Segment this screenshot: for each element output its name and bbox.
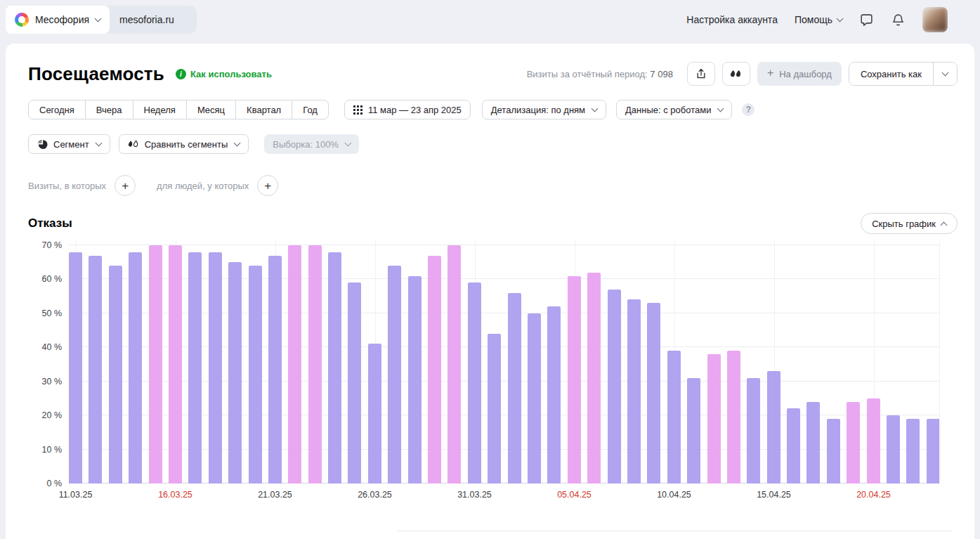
- bar-22.03.25[interactable]: [288, 245, 301, 483]
- bar-23.03.25[interactable]: [308, 245, 322, 483]
- bar-11.04.25[interactable]: [687, 378, 700, 483]
- bar-15.03.25[interactable]: [149, 245, 162, 483]
- help-menu[interactable]: Помощь: [795, 14, 842, 25]
- title-row: Посещаемость i Как использовать Визиты з…: [28, 62, 958, 86]
- bar-05.04.25[interactable]: [568, 276, 581, 483]
- sampling-dropdown[interactable]: Выборка: 100%: [264, 134, 359, 154]
- bar-26.03.25[interactable]: [368, 344, 381, 483]
- bar-19.03.25[interactable]: [228, 262, 242, 483]
- bar-19.04.25[interactable]: [847, 402, 860, 483]
- period-year[interactable]: Год: [292, 100, 329, 119]
- chevron-down-icon: [95, 139, 102, 146]
- bar-18.03.25[interactable]: [209, 252, 222, 483]
- bar-18.04.25[interactable]: [827, 419, 840, 483]
- report-card: Посещаемость i Как использовать Визиты з…: [6, 44, 974, 539]
- chart-plot-area: 11.03.2516.03.2521.03.2526.03.2531.03.25…: [69, 241, 940, 483]
- bar-12.04.25[interactable]: [707, 354, 721, 483]
- period-quarter[interactable]: Квартал: [235, 100, 292, 119]
- add-visit-condition-button[interactable]: +: [115, 175, 136, 196]
- x-axis-label: 20.04.25: [856, 490, 891, 500]
- export-button[interactable]: [687, 62, 715, 86]
- chevron-down-icon: [942, 69, 949, 76]
- bar-21.04.25[interactable]: [887, 415, 900, 483]
- avatar[interactable]: [922, 7, 948, 32]
- chevron-down-icon: [344, 139, 351, 146]
- bar-28.03.25[interactable]: [408, 276, 422, 483]
- period-today[interactable]: Сегодня: [28, 100, 86, 119]
- period-yesterday[interactable]: Вчера: [85, 100, 133, 119]
- bar-04.04.25[interactable]: [547, 306, 561, 483]
- site-domain: mesoforia.ru: [119, 14, 174, 25]
- bar-16.04.25[interactable]: [787, 408, 800, 483]
- bar-06.04.25[interactable]: [587, 273, 601, 483]
- bar-10.04.25[interactable]: [667, 351, 681, 483]
- bar-13.04.25[interactable]: [727, 351, 740, 483]
- bar-12.03.25[interactable]: [89, 256, 102, 483]
- bar-03.04.25[interactable]: [528, 313, 541, 483]
- bar-15.04.25[interactable]: [767, 371, 780, 483]
- period-week[interactable]: Неделя: [133, 100, 187, 119]
- bar-17.03.25[interactable]: [188, 252, 202, 483]
- bar-27.03.25[interactable]: [388, 266, 401, 483]
- chat-button[interactable]: [859, 13, 874, 27]
- bar-20.04.25[interactable]: [867, 398, 880, 483]
- calendar-grid-icon: [353, 105, 362, 115]
- bar-31.03.25[interactable]: [468, 283, 481, 483]
- bar-23.04.25[interactable]: [927, 419, 940, 483]
- bar-01.04.25[interactable]: [488, 334, 501, 483]
- bar-24.03.25[interactable]: [328, 252, 341, 483]
- topbar-right: Настройка аккаунта Помощь: [686, 7, 965, 32]
- bar-20.03.25[interactable]: [249, 266, 262, 483]
- chevron-down-icon: [592, 105, 599, 112]
- bar-14.04.25[interactable]: [747, 378, 760, 483]
- save-as-dropdown-button[interactable]: [933, 63, 957, 85]
- bar-22.04.25[interactable]: [906, 419, 920, 483]
- counter-switcher[interactable]: Месофория: [6, 6, 110, 34]
- add-to-dashboard-button[interactable]: + На дашборд: [757, 62, 842, 86]
- bar-25.03.25[interactable]: [348, 283, 361, 483]
- detalization-dropdown[interactable]: Детализация: по дням: [482, 100, 606, 119]
- bar-17.04.25[interactable]: [806, 402, 820, 483]
- help-icon[interactable]: ?: [742, 103, 754, 116]
- bar-08.04.25[interactable]: [627, 299, 641, 483]
- bar-02.04.25[interactable]: [508, 293, 521, 483]
- bar-13.03.25[interactable]: [109, 266, 122, 483]
- bar-30.03.25[interactable]: [447, 245, 461, 483]
- date-range-button[interactable]: 11 мар — 23 апр 2025: [344, 100, 471, 119]
- chevron-down-icon: [234, 139, 241, 146]
- bar-07.04.25[interactable]: [608, 290, 621, 483]
- people-condition-label: для людей, у которых: [157, 181, 249, 191]
- title-actions: Визиты за отчётный период: 7 098 + На да…: [527, 62, 958, 86]
- save-as-button[interactable]: Сохранить как: [849, 63, 933, 85]
- segment-builder-row: Визиты, в которых + для людей, у которых…: [28, 175, 958, 196]
- section-divider: [398, 531, 952, 531]
- notifications-button[interactable]: [891, 13, 906, 27]
- save-as-group: Сохранить как: [849, 62, 958, 86]
- how-to-use-link[interactable]: i Как использовать: [176, 69, 272, 79]
- segment-dropdown[interactable]: Сегмент: [28, 134, 110, 154]
- x-axis-label: 16.03.25: [158, 490, 192, 500]
- hide-chart-button[interactable]: Скрыть график: [861, 213, 958, 234]
- pie-chart-icon: [37, 139, 48, 150]
- bar-14.03.25[interactable]: [129, 252, 142, 483]
- y-axis-label: 30 %: [42, 377, 63, 387]
- widgets-button[interactable]: [722, 62, 750, 86]
- period-month[interactable]: Месяц: [186, 100, 236, 119]
- y-axis-label: 60 %: [42, 274, 63, 284]
- y-axis-label: 20 %: [42, 410, 63, 420]
- x-axis-label: 10.04.25: [657, 490, 691, 500]
- bar-29.03.25[interactable]: [428, 256, 441, 483]
- bar-09.04.25[interactable]: [647, 303, 660, 483]
- visits-summary: Визиты за отчётный период: 7 098: [527, 69, 673, 79]
- bar-11.03.25[interactable]: [69, 252, 82, 483]
- chevron-down-icon: [837, 15, 844, 22]
- add-people-condition-button[interactable]: +: [257, 175, 278, 196]
- x-axis-label: 26.03.25: [358, 490, 392, 500]
- y-axis-label: 0 %: [46, 479, 62, 488]
- account-settings-link[interactable]: Настройка аккаунта: [686, 14, 778, 25]
- bar-21.03.25[interactable]: [268, 256, 282, 483]
- data-mode-dropdown[interactable]: Данные: с роботами: [616, 100, 732, 119]
- compare-segments-dropdown[interactable]: Сравнить сегменты: [119, 134, 249, 154]
- bar-16.03.25[interactable]: [169, 245, 182, 483]
- period-filter-row: Сегодня Вчера Неделя Месяц Квартал Год 1…: [28, 100, 958, 119]
